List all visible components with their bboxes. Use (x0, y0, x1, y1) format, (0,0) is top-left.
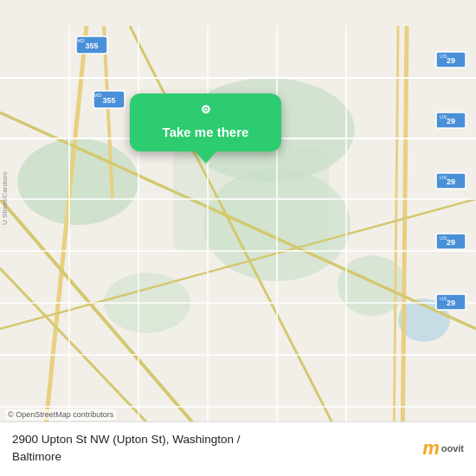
address-text: 2900 Upton St NW (Upton St), Washington … (12, 433, 241, 463)
svg-text:US: US (440, 175, 447, 180)
popup-label: Take me there (163, 125, 249, 139)
svg-text:29: 29 (447, 117, 455, 125)
svg-text:US: US (440, 54, 447, 59)
svg-text:MD: MD (93, 93, 102, 98)
moovit-m-letter: m (422, 437, 439, 460)
location-popup[interactable]: Take me there (130, 93, 281, 151)
svg-text:US: US (440, 235, 447, 241)
svg-text:355: 355 (102, 96, 115, 105)
popup-box[interactable]: Take me there (130, 93, 281, 151)
svg-text:US: US (440, 114, 447, 119)
svg-point-52 (204, 108, 207, 111)
svg-text:US: US (440, 296, 447, 301)
map-attribution: © OpenStreetMap contributors (5, 409, 116, 420)
map-container: 355 MD 355 MD 29 US 29 US 29 US 29 US 29… (0, 0, 476, 476)
moovit-logo: m oovit (422, 437, 464, 460)
svg-text:29: 29 (447, 56, 455, 65)
info-bar: 2900 Upton St NW (Upton St), Washington … (0, 421, 476, 476)
svg-text:29: 29 (447, 238, 455, 247)
svg-text:355: 355 (85, 42, 98, 50)
svg-text:29: 29 (447, 299, 455, 307)
svg-text:U Street/Cardozo: U Street/Cardozo (1, 171, 9, 225)
svg-point-1 (17, 138, 138, 225)
location-pin-icon (196, 102, 215, 121)
address-block: 2900 Upton St NW (Upton St), Washington … (12, 431, 414, 466)
map-background: 355 MD 355 MD 29 US 29 US 29 US 29 US 29… (0, 0, 476, 476)
svg-text:MD: MD (76, 38, 85, 43)
moovit-brand-text: oovit (441, 443, 464, 453)
svg-text:29: 29 (447, 177, 455, 186)
